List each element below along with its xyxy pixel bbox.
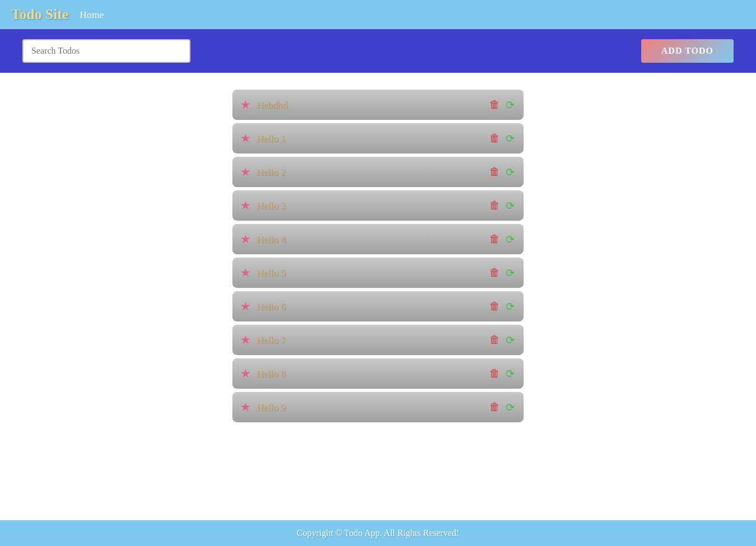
todo-left: ★ Hello 8 (240, 367, 286, 380)
todo-left: ★ Hello 5 (240, 266, 286, 279)
todo-label: Hello 4 (256, 234, 286, 245)
delete-button[interactable]: 🗑 (488, 131, 501, 146)
refresh-button[interactable]: ⟳ (505, 232, 516, 247)
site-brand: Todo Site (11, 6, 68, 23)
todo-label: Hello 6 (256, 301, 286, 312)
todo-actions: 🗑 ⟳ (488, 97, 516, 113)
todo-left: ★ Hello 4 (240, 232, 286, 246)
delete-button[interactable]: 🗑 (488, 333, 501, 347)
todo-left: ★ Hello 9 (240, 400, 286, 414)
todo-list: ★ Hebdhd 🗑 ⟳ ★ Hello 1 🗑 ⟳ ★ Hello 2 � (232, 90, 524, 422)
footer: Copyright © Todo App. All Rights Reserve… (0, 520, 756, 546)
todo-item: ★ Hello 1 🗑 ⟳ (232, 123, 524, 153)
todo-left: ★ Hello 7 (240, 333, 286, 347)
delete-button[interactable]: 🗑 (488, 97, 501, 112)
navbar: Todo Site Home (0, 0, 756, 29)
delete-button[interactable]: 🗑 (488, 366, 501, 381)
main-content: ★ Hebdhd 🗑 ⟳ ★ Hello 1 🗑 ⟳ ★ Hello 2 � (0, 73, 756, 520)
todo-actions: 🗑 ⟳ (488, 299, 516, 314)
todo-left: ★ Hello 1 (240, 132, 286, 145)
todo-actions: 🗑 ⟳ (488, 165, 516, 180)
delete-button[interactable]: 🗑 (488, 265, 501, 280)
todo-item: ★ Hello 9 🗑 ⟳ (232, 392, 524, 422)
todo-item: ★ Hebdhd 🗑 ⟳ (232, 90, 524, 120)
todo-item: ★ Hello 4 🗑 ⟳ (232, 224, 524, 254)
todo-item: ★ Hello 5 🗑 ⟳ (232, 258, 524, 288)
todo-label: Hebdhd (256, 99, 288, 111)
refresh-button[interactable]: ⟳ (505, 265, 516, 281)
todo-item: ★ Hello 7 🗑 ⟳ (232, 325, 524, 355)
footer-copyright: Copyright © Todo App. All Rights Reserve… (297, 528, 459, 538)
star-icon[interactable]: ★ (240, 400, 251, 414)
todo-label: Hello 2 (256, 166, 286, 178)
todo-actions: 🗑 ⟳ (488, 400, 516, 415)
todo-item: ★ Hello 3 🗑 ⟳ (232, 190, 524, 221)
star-icon[interactable]: ★ (240, 232, 251, 246)
add-todo-button[interactable]: ADD TODO (641, 39, 734, 63)
todo-label: Hello 1 (256, 133, 286, 144)
refresh-button[interactable]: ⟳ (505, 366, 516, 381)
todo-item: ★ Hello 6 🗑 ⟳ (232, 291, 524, 321)
todo-item: ★ Hello 2 🗑 ⟳ (232, 157, 524, 187)
todo-label: Hello 8 (256, 368, 286, 380)
refresh-button[interactable]: ⟳ (505, 131, 516, 146)
star-icon[interactable]: ★ (240, 199, 251, 212)
refresh-button[interactable]: ⟳ (505, 333, 516, 348)
todo-left: ★ Hello 2 (240, 165, 286, 179)
delete-button[interactable]: 🗑 (488, 165, 501, 179)
delete-button[interactable]: 🗑 (488, 232, 501, 246)
refresh-button[interactable]: ⟳ (505, 97, 516, 113)
todo-label: Hello 7 (256, 334, 286, 346)
star-icon[interactable]: ★ (240, 165, 251, 179)
todo-actions: 🗑 ⟳ (488, 232, 516, 247)
todo-left: ★ Hebdhd (240, 98, 288, 111)
todo-actions: 🗑 ⟳ (488, 131, 516, 146)
star-icon[interactable]: ★ (240, 333, 251, 347)
delete-button[interactable]: 🗑 (488, 400, 501, 414)
delete-button[interactable]: 🗑 (488, 299, 501, 314)
toolbar: ADD TODO (0, 29, 756, 73)
todo-actions: 🗑 ⟳ (488, 198, 516, 213)
todo-left: ★ Hello 3 (240, 199, 286, 212)
refresh-button[interactable]: ⟳ (505, 299, 516, 314)
todo-item: ★ Hello 8 🗑 ⟳ (232, 358, 524, 389)
todo-label: Hello 9 (256, 402, 286, 413)
refresh-button[interactable]: ⟳ (505, 400, 516, 415)
todo-actions: 🗑 ⟳ (488, 366, 516, 381)
todo-label: Hello 3 (256, 200, 286, 212)
search-input[interactable] (22, 39, 190, 63)
delete-button[interactable]: 🗑 (488, 198, 501, 213)
todo-left: ★ Hello 6 (240, 300, 286, 313)
star-icon[interactable]: ★ (240, 367, 251, 380)
star-icon[interactable]: ★ (240, 300, 251, 313)
star-icon[interactable]: ★ (240, 132, 251, 145)
todo-actions: 🗑 ⟳ (488, 265, 516, 281)
home-link[interactable]: Home (80, 9, 104, 21)
refresh-button[interactable]: ⟳ (505, 165, 516, 180)
refresh-button[interactable]: ⟳ (505, 198, 516, 213)
todo-label: Hello 5 (256, 267, 286, 279)
star-icon[interactable]: ★ (240, 98, 251, 111)
star-icon[interactable]: ★ (240, 266, 251, 279)
todo-actions: 🗑 ⟳ (488, 333, 516, 348)
